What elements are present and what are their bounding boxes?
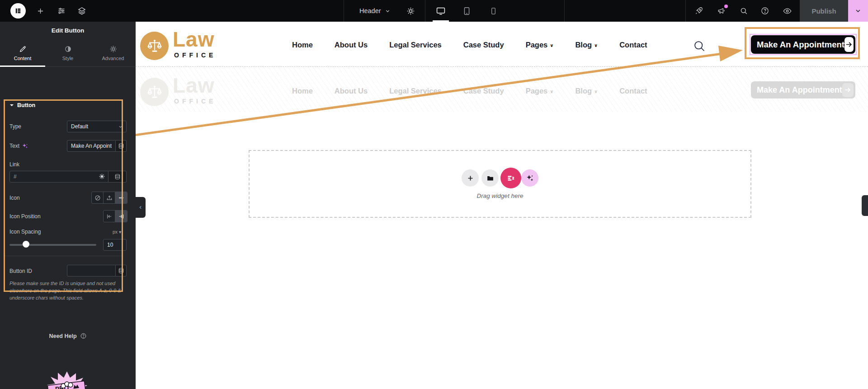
preview-button[interactable] [779,0,795,22]
unit-selector[interactable]: px ▾ [113,229,121,234]
section-button-label: Button [17,102,35,108]
nav-blog[interactable]: Blog∨ [575,41,598,49]
publish-button[interactable]: Publish [800,0,848,22]
nav-pages[interactable]: Pages∨ [526,41,554,49]
type-select[interactable]: Default [67,121,127,132]
link-label: Link [9,161,19,168]
device-tablet-button[interactable] [458,0,475,22]
help-icon [760,6,769,15]
nav-about-us[interactable]: About Us [335,41,368,49]
search-icon [693,40,706,52]
tab-content[interactable]: Content [0,40,45,66]
link-options-button[interactable] [99,173,105,180]
section-button-header[interactable]: Button [9,102,35,108]
text-label-row: Text [9,143,28,149]
text-dynamic-tags-button[interactable] [116,140,127,152]
publish-options-button[interactable] [848,0,868,22]
icon-upload-button[interactable] [104,192,115,203]
icon-none-button[interactable] [92,192,104,203]
button-id-dynamic-tags-button[interactable] [116,265,127,277]
layers-icon [77,6,86,15]
ai-sparkle-icon[interactable] [22,143,28,149]
help-icon [80,333,87,339]
template-library-button[interactable] [481,169,499,187]
notification-dot [724,5,728,8]
nav-case-study[interactable]: Case Study [463,41,504,49]
database-icon [118,268,124,273]
finder-search-button[interactable] [736,0,751,22]
top-bar: Header [0,0,868,22]
circle-slash-icon [94,195,101,201]
panel-collapse-handle[interactable] [136,197,146,218]
empty-section-dropzone[interactable] [249,150,751,218]
drag-widget-hint: Drag widget here [249,192,751,199]
nav-legal-services[interactable]: Legal Services [389,41,442,49]
tab-style[interactable]: Style [45,40,90,66]
device-desktop-button[interactable] [433,0,449,22]
icon-choice-group [91,192,127,204]
elementor-logo-icon [10,3,26,19]
icon-position-group [103,210,127,222]
tab-content-label: Content [14,56,32,61]
help-button[interactable] [758,0,772,22]
chevron-down-icon [854,7,862,14]
make-appointment-label: Make An Appointment [757,40,844,50]
add-element-button[interactable] [34,0,46,22]
logo-text[interactable]: Law [173,27,214,52]
text-input[interactable] [67,140,116,152]
kit-library-button[interactable] [500,168,521,188]
text-label: Text [9,143,19,149]
icon-position-left-button[interactable] [104,211,115,222]
tab-style-label: Style [62,56,73,61]
elementor-menu-button[interactable] [10,0,26,22]
tab-advanced-label: Advanced [102,56,124,61]
type-value: Default [71,123,88,130]
chevron-left-icon [138,205,143,210]
main-nav: Home About Us Legal Services Case Study … [292,41,647,49]
search-icon [740,7,748,15]
rocket-icon [694,6,703,15]
document-switcher[interactable]: Header [359,0,391,22]
tab-advanced[interactable]: Advanced [90,40,136,66]
sparkles-icon [526,174,534,182]
document-settings-button[interactable] [404,0,417,22]
pro-mascot: PRO [44,370,90,389]
structure-button[interactable] [75,0,88,22]
nav-contact[interactable]: Contact [619,41,647,49]
add-section-button[interactable] [462,169,479,187]
law-logo-icon[interactable] [140,32,169,60]
topbar-divider [685,0,686,22]
database-icon [118,143,124,149]
navigator-handle[interactable] [862,195,868,216]
button-id-input[interactable] [67,265,116,277]
ai-builder-button[interactable] [521,169,538,187]
unit-label: px [113,229,118,234]
icon-library-button[interactable] [115,192,127,203]
make-appointment-button[interactable]: Make An Appointment [751,35,855,54]
site-settings-button[interactable] [55,0,68,22]
nav-home[interactable]: Home [292,41,313,49]
topbar-divider [344,0,344,22]
upgrade-button[interactable] [692,0,706,22]
link-input[interactable] [9,171,108,183]
pencil-icon [19,45,27,53]
monitor-icon [436,6,446,16]
elementor-kit-icon [506,173,516,183]
document-name: Header [359,7,381,14]
preview-canvas: Law OFFICE Home About Us Legal Services … [136,22,868,389]
sliders-icon [57,6,66,15]
header-search-button[interactable] [693,40,706,52]
link-dynamic-tags-button[interactable] [108,171,127,183]
icon-position-right-button[interactable] [115,211,127,222]
panel-title: Edit Button [0,27,136,34]
icon-spacing-slider-thumb[interactable] [23,241,29,248]
chevron-down-icon [118,125,123,129]
phone-icon [489,7,498,15]
eye-icon [783,6,792,16]
need-help-link[interactable]: Need Help [0,333,136,339]
icon-right-icon [118,213,124,220]
device-mobile-button[interactable] [485,0,501,22]
whats-new-button[interactable] [714,0,729,22]
icon-spacing-input[interactable] [103,239,127,251]
plus-icon [36,7,45,15]
